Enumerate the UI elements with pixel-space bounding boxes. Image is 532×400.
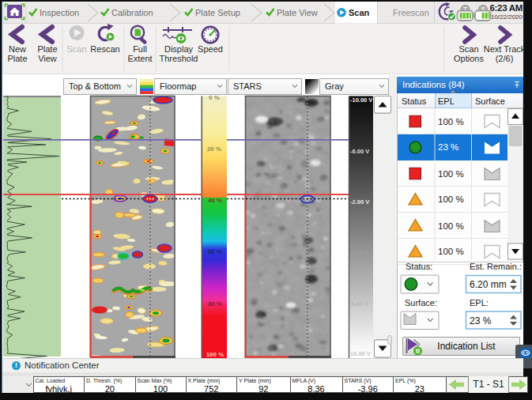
svg-text:-2.00 V: -2.00 V bbox=[350, 198, 369, 206]
svg-text:2.00 V: 2.00 V bbox=[351, 249, 368, 256]
svg-text:60 %: 60 % bbox=[208, 248, 222, 255]
svg-text:6.00 V: 6.00 V bbox=[351, 300, 368, 308]
svg-text:40 %: 40 % bbox=[208, 197, 222, 204]
svg-text:20 %: 20 % bbox=[207, 145, 221, 153]
svg-text:80 %: 80 % bbox=[208, 300, 222, 308]
svg-text:-10.00 V: -10.00 V bbox=[350, 96, 372, 104]
svg-text:0 %: 0 % bbox=[209, 94, 220, 101]
svg-text:100 %: 100 % bbox=[206, 351, 224, 358]
svg-text:-6.00 V: -6.00 V bbox=[350, 148, 369, 155]
svg-text:10.00 V: 10.00 V bbox=[350, 350, 371, 357]
